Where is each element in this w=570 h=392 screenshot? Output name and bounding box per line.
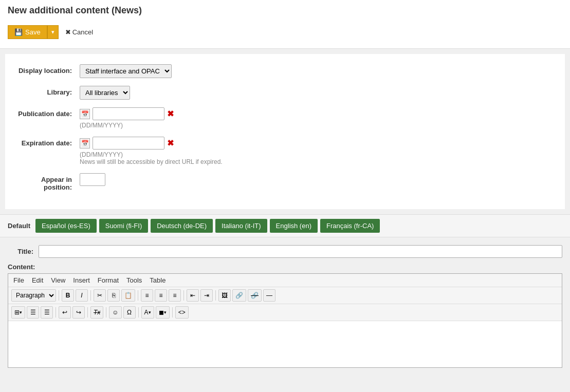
ordered-list-btn[interactable]: ☰ bbox=[41, 306, 53, 319]
display-location-select[interactable]: Staff interface and OPAC Staff interface… bbox=[80, 64, 172, 78]
menu-view[interactable]: View bbox=[51, 276, 65, 284]
position-input[interactable] bbox=[80, 173, 105, 186]
menu-edit[interactable]: Edit bbox=[32, 276, 43, 284]
link-btn[interactable]: 🔗 bbox=[232, 289, 246, 302]
save-button-group: 💾 Save ▾ bbox=[8, 25, 59, 39]
unordered-list-btn[interactable]: ☰ bbox=[27, 306, 39, 319]
menu-table[interactable]: Table bbox=[150, 276, 166, 284]
special-char-btn[interactable]: Ω bbox=[123, 306, 136, 319]
cancel-icon: ✖ bbox=[65, 28, 71, 36]
language-tabs: Default Español (es-ES) Suomi (fi-FI) De… bbox=[0, 214, 570, 237]
align-center-btn[interactable]: ≡ bbox=[155, 289, 167, 302]
tab-deutsch[interactable]: Deutsch (de-DE) bbox=[151, 219, 213, 233]
editor-menubar: File Edit View Insert Format Tools Table bbox=[8, 274, 562, 287]
menu-insert[interactable]: Insert bbox=[73, 276, 90, 284]
main-content: Display location: Staff interface and OP… bbox=[5, 54, 565, 209]
paragraph-format-select[interactable]: Paragraph bbox=[11, 289, 56, 302]
expiration-date-field: Expiration date: 📅 ✖ (DD/MM/YYYY) News w… bbox=[13, 137, 557, 165]
copy-btn[interactable]: ⎘ bbox=[107, 289, 120, 302]
paste-btn[interactable]: 📋 bbox=[121, 289, 135, 302]
tab-francais[interactable]: Français (fr-CA) bbox=[320, 219, 380, 233]
cut-btn[interactable]: ✂ bbox=[94, 289, 106, 302]
menu-file[interactable]: File bbox=[13, 276, 24, 284]
save-icon: 💾 bbox=[14, 28, 23, 36]
publication-date-calendar-icon[interactable]: 📅 bbox=[80, 109, 90, 119]
publication-date-hint: (DD/MM/YYYY) bbox=[80, 122, 557, 129]
bold-btn[interactable]: B bbox=[62, 289, 74, 302]
chevron-down-icon: ▾ bbox=[51, 29, 54, 35]
font-color-btn[interactable]: A ▾ bbox=[141, 306, 154, 319]
editor-body[interactable] bbox=[8, 321, 562, 367]
italic-btn[interactable]: I bbox=[76, 289, 88, 302]
clear-format-btn[interactable]: Tx bbox=[90, 306, 103, 319]
expiration-date-label: Expiration date: bbox=[13, 137, 80, 147]
toolbar: 💾 Save ▾ ✖ Cancel bbox=[8, 21, 562, 43]
indent-btn[interactable]: ⇥ bbox=[200, 289, 213, 302]
position-label: Appear in position: bbox=[13, 173, 80, 191]
default-tab-label: Default bbox=[8, 222, 30, 230]
display-location-field: Display location: Staff interface and OP… bbox=[13, 64, 557, 78]
cancel-button[interactable]: ✖ Cancel bbox=[61, 26, 97, 39]
publication-date-field: Publication date: 📅 ✖ (DD/MM/YYYY) bbox=[13, 107, 557, 129]
content-label: Content: bbox=[8, 263, 562, 271]
undo-btn[interactable]: ↩ bbox=[59, 306, 71, 319]
publication-date-clear-icon[interactable]: ✖ bbox=[167, 109, 174, 119]
tab-espanol[interactable]: Español (es-ES) bbox=[35, 219, 97, 233]
align-right-btn[interactable]: ≡ bbox=[169, 289, 181, 302]
outdent-btn[interactable]: ⇤ bbox=[187, 289, 199, 302]
title-label: Title: bbox=[8, 248, 39, 255]
editor-toolbar-row2: ⊞ ▾ ☰ ☰ ↩ ↪ Tx ☺ Ω A ▾ ◼ ▾ <> bbox=[8, 304, 562, 321]
table-btn[interactable]: ⊞ ▾ bbox=[11, 306, 25, 319]
menu-tools[interactable]: Tools bbox=[126, 276, 142, 284]
highlight-btn[interactable]: ◼ ▾ bbox=[156, 306, 170, 319]
publication-date-input[interactable] bbox=[93, 107, 164, 120]
expiration-date-hint: (DD/MM/YYYY) bbox=[80, 151, 557, 158]
tab-english[interactable]: English (en) bbox=[270, 219, 318, 233]
editor-toolbar-row1: Paragraph B I ✂ ⎘ 📋 ≡ ≡ ≡ ⇤ ⇥ 🖼 🔗 🔗 — bbox=[8, 287, 562, 304]
title-field: Title: bbox=[8, 245, 562, 258]
unlink-btn[interactable]: 🔗 bbox=[248, 289, 262, 302]
tab-italiano[interactable]: Italiano (it-IT) bbox=[215, 219, 267, 233]
display-location-label: Display location: bbox=[13, 64, 80, 74]
library-label: Library: bbox=[13, 86, 80, 96]
publication-date-label: Publication date: bbox=[13, 107, 80, 118]
expiration-date-note: News will still be accessible by direct … bbox=[80, 158, 557, 165]
expiration-date-calendar-icon[interactable]: 📅 bbox=[80, 138, 90, 148]
title-input[interactable] bbox=[39, 245, 562, 258]
menu-format[interactable]: Format bbox=[98, 276, 119, 284]
position-field: Appear in position: bbox=[13, 173, 557, 191]
expiration-date-input[interactable] bbox=[93, 137, 164, 150]
align-left-btn[interactable]: ≡ bbox=[141, 289, 153, 302]
library-select[interactable]: All libraries bbox=[80, 86, 130, 100]
tab-suomi[interactable]: Suomi (fi-FI) bbox=[99, 219, 149, 233]
library-field: Library: All libraries bbox=[13, 86, 557, 100]
editor-section: Title: Content: File Edit View Insert Fo… bbox=[0, 237, 570, 376]
page-title: New additional content (News) bbox=[8, 5, 562, 16]
image-btn[interactable]: 🖼 bbox=[218, 289, 231, 302]
save-button[interactable]: 💾 Save bbox=[8, 25, 47, 39]
source-btn[interactable]: <> bbox=[175, 306, 189, 319]
hr-btn[interactable]: — bbox=[263, 289, 275, 302]
expiration-date-clear-icon[interactable]: ✖ bbox=[167, 138, 174, 148]
emoji-btn[interactable]: ☺ bbox=[109, 306, 121, 319]
save-dropdown-button[interactable]: ▾ bbox=[47, 25, 59, 39]
editor-container: File Edit View Insert Format Tools Table… bbox=[8, 273, 562, 368]
redo-btn[interactable]: ↪ bbox=[72, 306, 85, 319]
